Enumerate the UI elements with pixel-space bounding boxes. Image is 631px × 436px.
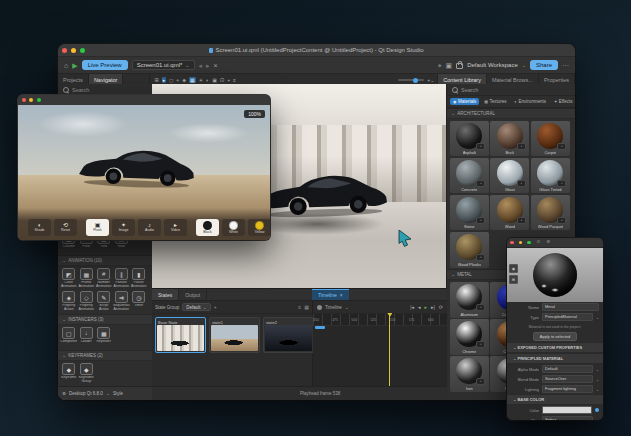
property-row[interactable]: EXPOSED CUSTOM PROPERTIES ⌄ [507,342,603,353]
overlay-icon[interactable]: ▣ [446,62,453,69]
property-value[interactable]: SourceOver [542,375,593,383]
slider-knob-icon[interactable] [413,78,418,83]
pin-icon[interactable]: ⊙ [537,240,541,245]
mode-button[interactable]: ✦Image [112,219,135,236]
property-row[interactable]: PRINCIPLED MATERIAL ⌄ [507,353,603,364]
settings-icon[interactable]: ⚙ [546,240,550,245]
component-item[interactable]: ✎Script Action [95,291,113,312]
car-model[interactable] [75,143,198,192]
kit-selector[interactable]: Desktop Qt 6.8.0 [69,391,103,396]
viewport-tool-icon[interactable]: ⌖ [176,78,179,83]
preview-tool-icon[interactable]: ⊞ [509,275,518,284]
state-card[interactable]: state1 [209,317,260,353]
component-item[interactable]: ◇Property Animation [78,291,96,312]
property-row[interactable]: Alpha Mode Default ⌄ [507,364,603,374]
car-model[interactable] [255,168,392,222]
chevron-down-icon[interactable]: ⌄ [430,78,434,83]
material-tile[interactable]: ↓Aluminum [450,282,489,318]
material-tile[interactable]: ↓Glass Tinted [531,158,570,194]
viewport-tool-icon[interactable]: + [227,78,230,83]
timeline-name[interactable]: Timeline [325,305,342,310]
mode-button[interactable]: ▸Video [164,219,187,236]
forward-icon[interactable]: ▸ [206,62,210,69]
section-header[interactable]: ⌄ARCHITECTURAL [447,108,575,119]
add-state-icon[interactable]: + [214,304,217,310]
run-icon[interactable]: ▶ [72,62,77,69]
property-value[interactable]: Metal [542,303,599,311]
viewport-tool-icon[interactable]: ⊡ [220,78,224,83]
library-search[interactable]: Search [447,84,575,96]
material-tile[interactable]: ↓Chrome [450,319,489,355]
preview-scene[interactable]: 100% ◐Shade⟲Reset ▣Flash✦Image♪Audio▸Vid… [18,105,270,240]
material-tile[interactable]: ↓Carpet [531,121,570,157]
material-tile[interactable]: ↓Iron [450,356,489,392]
library-filter-chip[interactable]: ◉Materials [450,98,479,105]
material-tile[interactable]: ↓Wood Planks [450,232,489,268]
component-item[interactable]: ∥Parallel Animation [113,268,131,289]
viewport-tool-icon[interactable]: ▣ [212,78,217,83]
section-header[interactable]: ⌄KEYFRAMES (2) [58,350,152,361]
zoom-window-button[interactable] [527,241,531,245]
material-tile[interactable]: ↓Brick [490,121,529,157]
minimize-window-button[interactable] [29,98,33,102]
state-group-selector[interactable]: Default⌄ [182,303,210,311]
close-window-button[interactable] [22,98,26,102]
viewport-tool-icon[interactable]: ☀ [199,78,203,83]
property-row[interactable]: Lighting Fragment lighting ⌄ [507,384,603,394]
live-preview-button[interactable]: Live Preview [82,60,128,70]
color-swatch[interactable] [542,406,592,414]
open-file-selector[interactable]: Screen01.ui.qml*⌄ [132,60,195,70]
property-value[interactable]: Select [542,416,593,420]
component-item[interactable]: ◆Keyframe Group [78,363,96,384]
property-row[interactable]: Color ⌄ [507,405,603,415]
property-row[interactable]: Material is not used in the project. ⌄ [507,322,603,331]
mode-button[interactable]: ♪Audio [138,219,161,236]
component-item[interactable]: ↓Loader [78,327,96,348]
component-item[interactable]: ▢Component [60,327,78,348]
component-item[interactable]: #Number Animation [95,268,113,289]
minimize-window-button[interactable] [519,241,523,245]
home-icon[interactable]: ⌂ [64,62,68,69]
transport-icon[interactable]: ▸| [431,305,435,310]
component-item[interactable]: ▦Frame Animation [78,268,96,289]
bottom-tab[interactable]: States [152,289,179,300]
preview-tool-icon[interactable]: ◉ [509,264,518,273]
annotation-icon[interactable]: ⌖ [438,62,442,69]
section-header[interactable]: ⌄ANIMATION (10) [58,255,152,266]
property-row[interactable]: Map Select ⌄ [507,415,603,420]
material-tile[interactable]: ↓Stone [450,195,489,231]
back-icon[interactable]: ◂ [199,62,203,69]
lock-icon[interactable] [456,63,463,69]
car-color-button[interactable]: White [222,219,245,236]
bottom-tab[interactable]: Output [179,289,207,300]
close-document-icon[interactable]: × [214,62,218,69]
state-card[interactable]: state2 [263,317,314,353]
zoom-window-button[interactable] [80,48,85,53]
style-selector[interactable]: Style [113,391,123,396]
property-value[interactable]: PrincipledMaterial [542,313,593,321]
tab-timeline[interactable]: Timeline× [312,289,349,300]
viewport-tool-icon[interactable]: ◻ [169,78,173,83]
timeline-ruler[interactable]: 450475500525550575600 [313,314,447,326]
mode-button[interactable]: ▣Flash [86,219,109,236]
minimize-window-button[interactable] [71,48,76,53]
property-value[interactable]: Material is not used in the project. [511,324,599,330]
property-value[interactable]: Default [542,365,593,373]
viewport-tool-icon[interactable]: ⊞ [154,78,158,83]
scene-button[interactable]: ⟲Reset [54,219,77,236]
material-tile[interactable]: ↓Glass [490,158,529,194]
component-item[interactable]: ▦Repeater [95,327,113,348]
property-row[interactable]: Apply to selected ⌄ [507,331,603,342]
component-item[interactable]: ◆Keyframe [60,363,78,384]
viewport-tool-icon[interactable]: ▦ [189,77,196,83]
list-view-icon[interactable]: ≡ [298,304,301,310]
material-tile[interactable]: ↓Asphalt [450,121,489,157]
workspace-selector[interactable]: Default Workspace [467,62,518,68]
material-tile[interactable]: ↓Concrete [450,158,489,194]
section-header[interactable]: ⌄INSTANCERS (3) [58,314,152,325]
chevron-down-icon[interactable]: ⌄ [522,63,526,68]
link-icon[interactable] [595,408,599,412]
material-tile[interactable]: ↓Wood [490,195,529,231]
property-row[interactable]: Blend Mode SourceOver ⌄ [507,374,603,384]
viewport-tool-icon[interactable]: ◐ [206,78,209,83]
